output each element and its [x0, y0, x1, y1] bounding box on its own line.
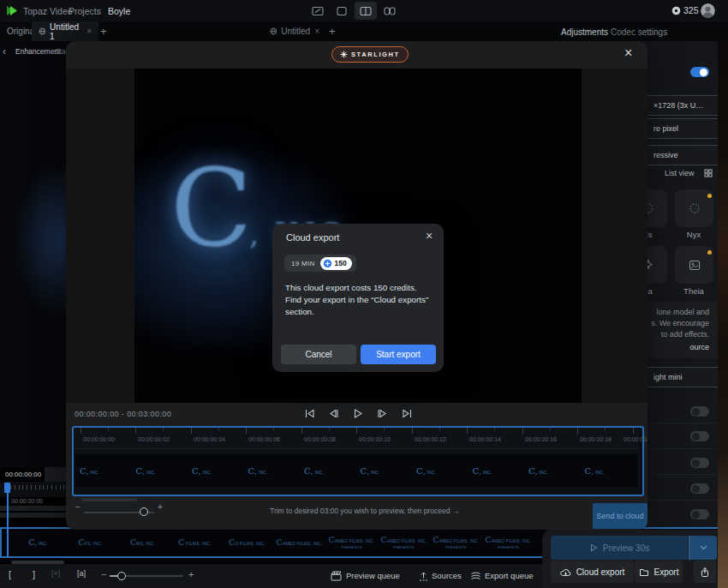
ruler-minor-ticks	[108, 428, 639, 431]
left-pane-background	[0, 41, 67, 482]
timeline-track-1[interactable]	[0, 506, 67, 511]
duration-badge: 19 MIN	[291, 260, 315, 267]
trim-hint: Trim to desired 03:00 you wish to previe…	[270, 507, 459, 515]
export-button[interactable]: Export	[635, 561, 683, 583]
preview-queue-button[interactable]: Preview queue	[346, 571, 400, 580]
starburst-icon	[340, 51, 348, 58]
film-frame: C, INC.	[188, 454, 244, 487]
resolution-dropdown[interactable]: ×1728 (3x U…	[636, 95, 728, 116]
send-to-cloud-button[interactable]: Send to cloud	[593, 503, 647, 529]
frame-back-button[interactable]	[328, 408, 339, 419]
timeline-zoom-out[interactable]: −	[75, 502, 81, 512]
film-frame: C, INC.	[12, 531, 64, 555]
timeline-track-2[interactable]	[0, 513, 67, 518]
cloud-export-button[interactable]: Cloud export	[551, 561, 634, 583]
export-action-panel: Preview 30s Cloud export Export	[542, 530, 718, 588]
trim-in-button[interactable]: [	[9, 569, 11, 579]
credits-count[interactable]: 325	[683, 5, 699, 15]
tab-untitled-1-label: Untitled 1	[50, 22, 82, 41]
film-frame: CAMEO FILMS, INC.PRESENTS	[430, 531, 482, 555]
film-frame: C, INC.	[244, 454, 301, 487]
source-note: ource	[689, 343, 709, 351]
playhead-line	[7, 483, 9, 557]
tab-adjustments[interactable]: Adjustments	[561, 27, 608, 37]
start-export-button[interactable]: Start export	[361, 345, 436, 364]
export-queue-button[interactable]: Export queue	[485, 571, 534, 580]
preview-options-button[interactable]	[689, 536, 717, 560]
timecode-range: 00:00:00:00 - 00:03:00:00	[75, 410, 171, 418]
setting-toggle-1[interactable]	[690, 406, 709, 417]
setting-toggle-4[interactable]	[690, 483, 709, 494]
add-tab-button[interactable]: +	[100, 25, 107, 38]
timeline-zoom-handle[interactable]	[140, 507, 148, 516]
zoom-fit-button[interactable]: [a]	[77, 569, 86, 578]
film-frame: C FILMS, INC.	[169, 531, 221, 555]
close-tab-icon[interactable]: ×	[314, 27, 319, 36]
video-logo: C , INC.	[170, 154, 253, 261]
close-dialog-icon[interactable]: ×	[426, 229, 433, 243]
setting-toggle-3[interactable]	[690, 458, 709, 468]
preview-30s-button[interactable]: Preview 30s	[551, 536, 688, 560]
skip-end-button[interactable]	[402, 408, 413, 419]
app-title: Topaz Video	[23, 6, 73, 16]
cloud-icon	[560, 567, 571, 577]
dual-view-icon	[383, 6, 397, 16]
topaz-logo-icon	[7, 5, 21, 16]
top-bar: Topaz Video Projects › Boyle 325	[0, 0, 728, 21]
scan-type-dropdown[interactable]: ressive	[636, 145, 728, 165]
model-badge-dot	[707, 250, 712, 255]
model-variant-dropdown[interactable]: ight mini	[636, 367, 728, 387]
cancel-button[interactable]: Cancel	[281, 345, 356, 364]
film-frame: C, INC.	[581, 454, 637, 487]
pixel-type-dropdown[interactable]: re pixel	[636, 118, 728, 139]
split-view-icon	[359, 6, 373, 16]
frame-forward-button[interactable]	[377, 408, 388, 419]
list-view-icon[interactable]	[704, 169, 713, 177]
share-button[interactable]	[694, 561, 716, 583]
model-label-nyx: Nyx	[672, 230, 715, 239]
trim-timeline[interactable]: 00:00:00:00 00:00:00:02 00:00:00:04 00:0…	[72, 426, 644, 496]
credits-badge: 150	[320, 257, 352, 270]
film-frame: C, INC.	[468, 454, 525, 487]
credit-coin-icon	[323, 259, 332, 268]
enhancement-toggle-on[interactable]	[690, 67, 709, 77]
single-view-button[interactable]	[331, 2, 353, 20]
dialog-body: This cloud export costs 150 credits. Fin…	[285, 282, 433, 319]
zoom-slider-handle[interactable]	[117, 572, 126, 580]
trim-out-button[interactable]: ]	[33, 569, 35, 579]
tab-untitled-1[interactable]: Untitled 1 ×	[32, 21, 98, 41]
split-view-button[interactable]	[355, 2, 377, 20]
zoom-in-button[interactable]: +	[188, 569, 194, 579]
setting-toggle-5[interactable]	[690, 509, 709, 519]
zoom-out-button[interactable]: −	[101, 569, 106, 579]
skip-start-button[interactable]	[304, 408, 315, 419]
back-chevron-icon[interactable]: ‹	[3, 45, 6, 57]
timeline-zoom-in[interactable]: +	[158, 502, 163, 512]
tab-codec-settings[interactable]: Codec settings	[611, 27, 667, 37]
tab-untitled-2[interactable]: Untitled ×	[263, 21, 326, 41]
sources-button[interactable]: Sources	[432, 571, 462, 580]
film-frame: C, INC.	[524, 454, 581, 487]
list-view-button[interactable]: List view	[665, 169, 695, 177]
mini-timecode-small: 00:00:00:00	[11, 498, 43, 504]
dual-view-button[interactable]	[379, 2, 401, 20]
close-tab-icon[interactable]: ×	[87, 27, 92, 36]
single-view-icon	[335, 6, 349, 16]
close-modal-icon[interactable]: ×	[624, 46, 632, 60]
clapperboard-icon	[331, 571, 342, 581]
avatar[interactable]	[701, 3, 715, 18]
add-tab-button-2[interactable]: +	[329, 25, 336, 38]
export-cost-pill: 19 MIN 150	[284, 255, 356, 272]
fullscreen-view-button[interactable]	[307, 2, 329, 20]
breadcrumb-separator: ›	[97, 6, 100, 16]
cloud-export-dialog: Cloud export × 19 MIN 150 This cloud exp…	[272, 224, 444, 372]
setting-toggle-2[interactable]	[690, 431, 709, 441]
trim-clear-button[interactable]: [×]	[51, 569, 60, 578]
chevron-down-icon	[700, 545, 707, 550]
play-button[interactable]	[352, 408, 363, 419]
film-frame: C, INC.	[636, 454, 637, 487]
folder-icon	[639, 567, 649, 577]
sources-upload-icon	[418, 571, 429, 581]
timeline-scrollbar[interactable]	[81, 498, 137, 501]
desktop-background-sliver	[718, 41, 728, 588]
